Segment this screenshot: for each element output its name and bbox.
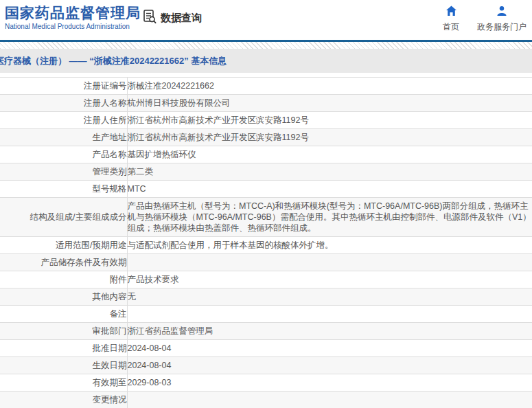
data-query-icon <box>142 9 157 27</box>
row-value: 第二类 <box>127 163 532 181</box>
site-header: 国家药品监督管理局 National Medical Products Admi… <box>0 0 532 40</box>
row-label: 附件 <box>0 271 127 288</box>
row-label: 批准日期 <box>0 340 127 357</box>
table-row: 其他内容无 <box>0 288 532 306</box>
table-row: 结构及组成/主要组成成分产品由热循环主机（型号为：MTCC-A)和热循环模块(型… <box>0 198 532 237</box>
row-label: 备注 <box>0 306 127 323</box>
nav-item-home[interactable]: 首页 <box>443 5 459 33</box>
home-icon <box>446 5 457 19</box>
row-label: 注册证编号 <box>0 78 127 95</box>
table-row: 产品储存条件及有效期 <box>0 254 532 271</box>
table-row: 产品名称基因扩增热循环仪 <box>0 146 532 163</box>
table-row: 型号规格MTC <box>0 181 532 198</box>
row-value: 浙江省杭州市高新技术产业开发区滨安路1192号 <box>127 129 532 146</box>
row-value <box>127 254 532 271</box>
table-row: 注册人名称杭州博日科技股份有限公司 <box>0 95 532 112</box>
row-value: 浙械注准20242221662 <box>127 78 532 95</box>
row-label: 注册人住所 <box>0 112 127 129</box>
info-table-body: 注册证编号浙械注准20242221662注册人名称杭州博日科技股份有限公司注册人… <box>0 78 532 408</box>
table-row: 生产地址浙江省杭州市高新技术产业开发区滨安路1192号 <box>0 129 532 146</box>
page-title: 医疗器械（注册） —— “浙械注准20242221662” 基本信息 <box>0 55 227 67</box>
table-row: 管理类别第二类 <box>0 163 532 181</box>
row-label: 审批部门 <box>0 323 127 340</box>
row-value: 2029-08-03 <box>127 374 532 392</box>
row-value: 2024-08-04 <box>127 340 532 357</box>
header-nav: 首页 政务服务门户 <box>443 5 527 33</box>
row-value: 与适配试剂配合使用，用于样本基因的核酸体外扩增。 <box>127 237 532 254</box>
row-value <box>127 306 532 323</box>
row-value: 基因扩增热循环仪 <box>127 146 532 163</box>
row-label: 产品储存条件及有效期 <box>0 254 127 271</box>
row-value: 浙江省杭州市高新技术产业开发区滨安路1192号 <box>127 112 532 129</box>
registration-info-table: 注册证编号浙械注准20242221662注册人名称杭州博日科技股份有限公司注册人… <box>0 77 532 408</box>
table-row: 适用范围/预期用途与适配试剂配合使用，用于样本基因的核酸体外扩增。 <box>0 237 532 254</box>
row-label: 适用范围/预期用途 <box>0 237 127 254</box>
hatched-band <box>0 42 532 49</box>
row-label: 生产地址 <box>0 129 127 146</box>
row-value: 浙江省药品监督管理局 <box>127 323 532 340</box>
page-title-bar: 医疗器械（注册） —— “浙械注准20242221662” 基本信息 <box>0 49 532 73</box>
row-value: 产品由热循环主机（型号为：MTCC-A)和热循环模块(型号为：MTC-96A/M… <box>127 198 532 237</box>
row-label: 型号规格 <box>0 181 127 198</box>
row-label: 结构及组成/主要组成成分 <box>0 198 127 237</box>
row-label: 其他内容 <box>0 288 127 306</box>
table-row: 有效期至2029-08-03 <box>0 374 532 392</box>
row-label: 注册人名称 <box>0 95 127 112</box>
user-icon <box>496 5 507 19</box>
table-row: 变更情况 <box>0 392 532 408</box>
row-value <box>127 392 532 408</box>
table-row: 附件产品技术要求 <box>0 271 532 288</box>
row-label: 产品名称 <box>0 146 127 163</box>
row-label: 管理类别 <box>0 163 127 181</box>
logo-subtitle: National Medical Products Administration <box>5 22 141 31</box>
row-label: 变更情况 <box>0 392 127 408</box>
row-value: MTC <box>127 181 532 198</box>
row-label: 生效日期 <box>0 357 127 374</box>
row-value: 杭州博日科技股份有限公司 <box>127 95 532 112</box>
nmpa-logo[interactable]: 国家药品监督管理局 National Medical Products Admi… <box>5 5 141 31</box>
table-row: 生效日期2024-08-04 <box>0 357 532 374</box>
row-value: 2024-08-04 <box>127 357 532 374</box>
nav-item-gov-portal[interactable]: 政务服务门户 <box>477 5 527 33</box>
row-value: 无 <box>127 288 532 306</box>
data-query-section[interactable]: 数据查询 <box>142 9 202 27</box>
table-row: 批准日期2024-08-04 <box>0 340 532 357</box>
table-row: 审批部门浙江省药品监督管理局 <box>0 323 532 340</box>
logo-title: 国家药品监督管理局 <box>5 5 141 21</box>
row-label: 有效期至 <box>0 374 127 392</box>
table-row: 注册人住所浙江省杭州市高新技术产业开发区滨安路1192号 <box>0 112 532 129</box>
table-row: 注册证编号浙械注准20242221662 <box>0 78 532 95</box>
row-value: 产品技术要求 <box>127 271 532 288</box>
nav-item-label: 首页 <box>443 21 459 33</box>
nav-item-label: 政务服务门户 <box>477 21 527 33</box>
table-row: 备注 <box>0 306 532 323</box>
data-query-label: 数据查询 <box>161 12 202 25</box>
